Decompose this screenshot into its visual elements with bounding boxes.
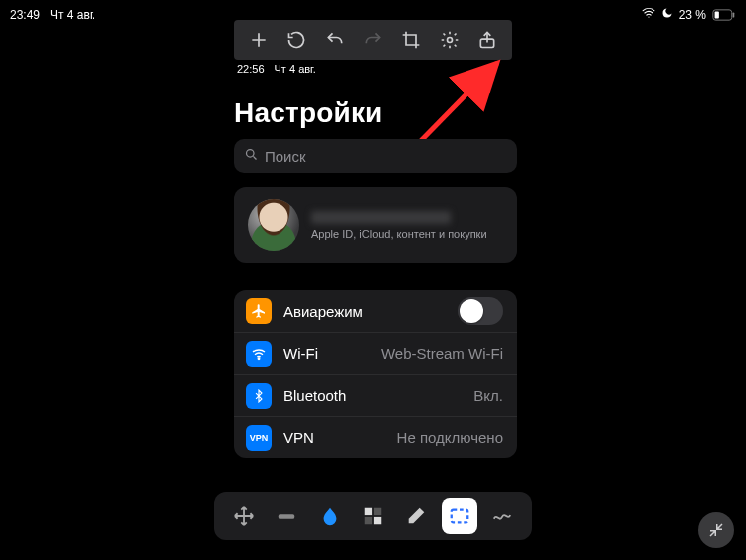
svg-point-6	[247, 150, 255, 158]
undo-button[interactable]	[318, 23, 352, 57]
svg-rect-12	[374, 517, 381, 524]
inner-date: Чт 4 авг.	[275, 63, 316, 75]
row-airplane[interactable]: Авиарежим	[234, 290, 517, 332]
battery-icon	[712, 9, 736, 21]
blur-tool[interactable]	[312, 498, 348, 534]
page-title: Настройки	[234, 97, 517, 129]
row-label: VPN	[283, 429, 314, 446]
svg-point-7	[258, 357, 260, 359]
add-button[interactable]	[242, 23, 276, 57]
svg-rect-10	[374, 508, 381, 515]
row-value: Не подключено	[397, 429, 503, 446]
row-bluetooth[interactable]: Bluetooth Вкл.	[234, 374, 517, 416]
row-label: Wi-Fi	[283, 345, 318, 362]
outer-date: Чт 4 авг.	[50, 8, 95, 22]
row-wifi[interactable]: Wi-Fi Web-Stream Wi-Fi	[234, 332, 517, 374]
marquee-tool[interactable]	[442, 498, 477, 534]
eraser-tool[interactable]	[398, 498, 434, 534]
wifi-row-icon	[246, 341, 272, 367]
row-value: Вкл.	[473, 387, 503, 404]
profile-name-redacted	[311, 211, 451, 224]
inner-time: 22:56	[237, 63, 265, 75]
inner-status-bar: 22:56 Чт 4 авг.	[237, 63, 316, 75]
redo-button[interactable]	[356, 23, 390, 57]
wifi-icon	[642, 6, 655, 23]
bluetooth-icon	[246, 383, 272, 409]
rotate-button[interactable]	[280, 23, 313, 57]
settings-list: Авиарежим Wi-Fi Web-Stream Wi-Fi Bluetoo…	[234, 290, 517, 458]
svg-rect-8	[279, 514, 295, 519]
svg-rect-13	[452, 510, 468, 523]
battery-percent: 23 %	[679, 8, 706, 22]
profile-subtitle: Apple ID, iCloud, контент и покупки	[311, 228, 487, 240]
settings-gear-button[interactable]	[433, 23, 466, 57]
moon-icon	[661, 7, 673, 22]
apple-id-card[interactable]: Apple ID, iCloud, контент и покупки	[234, 187, 517, 263]
exit-fullscreen-button[interactable]	[698, 512, 734, 548]
svg-rect-2	[715, 11, 719, 18]
markup-dock	[214, 492, 532, 540]
markup-top-toolbar	[234, 20, 512, 60]
mosaic-tool[interactable]	[355, 498, 391, 534]
search-placeholder: Поиск	[265, 148, 306, 165]
avatar	[248, 199, 299, 251]
outer-time: 23:49	[10, 8, 40, 22]
svg-rect-11	[365, 517, 372, 524]
svg-rect-1	[733, 12, 735, 17]
search-icon	[244, 147, 259, 165]
share-button[interactable]	[470, 23, 504, 57]
row-label: Авиарежим	[283, 303, 363, 320]
airplane-toggle[interactable]	[458, 297, 503, 325]
move-tool[interactable]	[226, 498, 262, 534]
scribble-tool[interactable]	[484, 498, 520, 534]
crop-button[interactable]	[394, 23, 428, 57]
airplane-icon	[246, 298, 272, 324]
row-value: Web-Stream Wi-Fi	[381, 345, 503, 362]
line-tool[interactable]	[269, 498, 304, 534]
vpn-icon: VPN	[246, 425, 272, 451]
row-vpn[interactable]: VPN VPN Не подключено	[234, 416, 517, 458]
settings-panel: Настройки Поиск Apple ID, iCloud, контен…	[234, 97, 517, 458]
svg-rect-9	[365, 508, 372, 515]
row-label: Bluetooth	[283, 387, 346, 404]
svg-point-3	[447, 38, 452, 43]
search-input[interactable]: Поиск	[234, 139, 517, 173]
